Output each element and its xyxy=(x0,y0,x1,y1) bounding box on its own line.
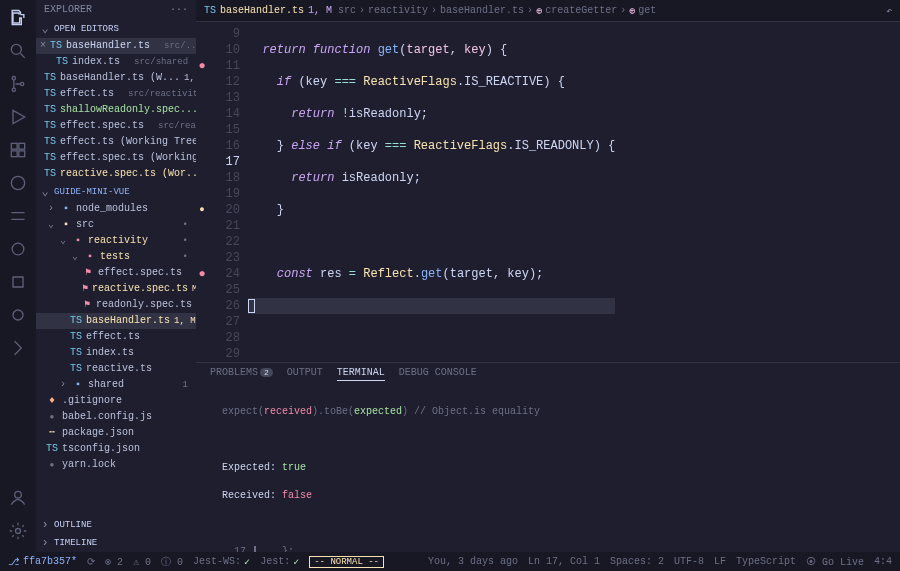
sidebar-extra-icon[interactable] xyxy=(8,206,28,229)
open-editor-item[interactable]: TSeffect.spec.ts src/reactivity/... xyxy=(36,118,196,134)
tree-folder[interactable]: ⌄▪reactivity• xyxy=(36,233,196,249)
tab-output[interactable]: OUTPUT xyxy=(287,367,323,381)
open-editor-item[interactable]: TSshallowReadonly.spec...1 xyxy=(36,102,196,118)
project-header[interactable]: GUIDE-MINI-VUE xyxy=(36,182,196,201)
sidebar-title: EXPLORER··· xyxy=(36,0,196,19)
tab-terminal[interactable]: TERMINAL xyxy=(337,367,385,381)
tree-file[interactable]: TSindex.ts xyxy=(36,345,196,361)
code-editor[interactable]: ●●● 910111213141516171819202122232425262… xyxy=(196,22,900,362)
language-mode[interactable]: TypeScript xyxy=(736,556,796,567)
sidebar-extra-icon[interactable] xyxy=(8,305,28,328)
ts-icon: TS xyxy=(44,151,56,165)
editor-area: TS baseHandler.ts 1, M src›reactivity›ba… xyxy=(196,0,900,552)
eol[interactable]: LF xyxy=(714,556,726,567)
sidebar-extra-icon[interactable] xyxy=(8,173,28,196)
account-icon[interactable] xyxy=(8,488,28,511)
ts-icon: TS xyxy=(44,119,56,133)
tab-bar: TS baseHandler.ts 1, M src›reactivity›ba… xyxy=(196,0,900,22)
tree-file[interactable]: ⚑readonly.spec.ts xyxy=(36,297,196,313)
cursor-position[interactable]: Ln 17, Col 1 xyxy=(528,556,600,567)
debug-icon[interactable] xyxy=(8,107,28,130)
svg-rect-7 xyxy=(19,151,25,157)
sidebar-extra-icon[interactable] xyxy=(8,272,28,295)
folder-open-icon: ▪ xyxy=(72,234,84,248)
tree-folder[interactable]: ⌄▪tests• xyxy=(36,249,196,265)
svg-point-1 xyxy=(12,77,15,80)
extensions-icon[interactable] xyxy=(8,140,28,163)
svg-rect-6 xyxy=(11,151,17,157)
undo-icon[interactable]: ↶ xyxy=(886,5,892,17)
status-info[interactable]: ⓘ 0 xyxy=(161,555,183,569)
test-icon: ⚑ xyxy=(82,266,94,280)
source-control-icon[interactable] xyxy=(8,74,28,97)
ts-icon: TS xyxy=(70,346,82,360)
ts-icon: TS xyxy=(44,71,56,85)
tree-file[interactable]: TStsconfig.json xyxy=(36,441,196,457)
git-sync[interactable]: ⟳ xyxy=(87,556,95,568)
svg-point-0 xyxy=(11,44,21,54)
tree-folder[interactable]: ⌄▪src• xyxy=(36,217,196,233)
folder-icon: ▪ xyxy=(60,202,72,216)
open-editor-item[interactable]: TSbaseHandler.ts (W...1, M xyxy=(36,70,196,86)
breadcrumb[interactable]: src›reactivity›baseHandler.ts›⊕createGet… xyxy=(338,5,656,17)
encoding[interactable]: UTF-8 xyxy=(674,556,704,567)
git-blame[interactable]: You, 3 days ago xyxy=(428,556,518,567)
tree-file[interactable]: ●yarn.lock xyxy=(36,457,196,473)
ts-icon: TS xyxy=(204,5,216,16)
explorer-icon[interactable] xyxy=(8,8,28,31)
code-content[interactable]: return function get(target, key) { if (k… xyxy=(248,22,615,362)
tab-problems[interactable]: PROBLEMS2 xyxy=(210,367,273,381)
tree-file[interactable]: TSeffect.ts xyxy=(36,329,196,345)
go-live[interactable]: ⦿ Go Live xyxy=(806,556,864,568)
test-icon: ⚑ xyxy=(82,298,92,312)
settings-icon[interactable] xyxy=(8,521,28,544)
tree-file[interactable]: ⚑effect.spec.ts xyxy=(36,265,196,281)
status-bar: ⎇ ffa7b357* ⟳ ⊗ 2 ⚠ 0 ⓘ 0 Jest-WS: ✓ Jes… xyxy=(0,552,900,571)
search-icon[interactable] xyxy=(8,41,28,64)
sidebar-extra-icon[interactable] xyxy=(8,239,28,262)
svg-point-11 xyxy=(15,491,22,498)
svg-point-12 xyxy=(16,529,21,534)
tree-file[interactable]: ●babel.config.js xyxy=(36,409,196,425)
open-editor-item[interactable]: TSreactive.spec.ts (Wor...M xyxy=(36,166,196,182)
open-editor-item[interactable]: TSeffect.spec.ts (Working Tr... xyxy=(36,150,196,166)
tree-file[interactable]: ⚑reactive.spec.tsM xyxy=(36,281,196,297)
status-warnings[interactable]: ⚠ 0 xyxy=(133,556,151,568)
tree-file[interactable]: ♦.gitignore xyxy=(36,393,196,409)
jest-status[interactable]: Jest: ✓ xyxy=(260,556,299,568)
more-icon[interactable]: ··· xyxy=(170,4,188,15)
ts-icon: TS xyxy=(70,362,82,376)
tree-file[interactable]: TSreactive.ts xyxy=(36,361,196,377)
tree-folder[interactable]: ›▪shared1 xyxy=(36,377,196,393)
open-editor-item[interactable]: ×TSbaseHandler.ts src/..1, M xyxy=(36,38,196,54)
timeline-header[interactable]: TIMELINE xyxy=(36,534,196,552)
line-numbers: 9101112131415161718192021222324252627282… xyxy=(208,22,248,362)
indentation[interactable]: Spaces: 2 xyxy=(610,556,664,567)
ts-icon: TS xyxy=(50,39,62,53)
tree-file[interactable]: ⋯package.json xyxy=(36,425,196,441)
status-errors[interactable]: ⊗ 2 xyxy=(105,556,123,568)
open-editor-item[interactable]: TSindex.ts src/shared xyxy=(36,54,196,70)
ts-icon: TS xyxy=(70,330,82,344)
open-editor-item[interactable]: TSeffect.ts (Working Tree) sr... xyxy=(36,134,196,150)
tree-file[interactable]: TSbaseHandler.ts1, M xyxy=(36,313,196,329)
close-icon[interactable]: × xyxy=(40,39,46,53)
folder-open-icon: ▪ xyxy=(84,250,96,264)
svg-point-3 xyxy=(21,82,24,85)
open-editors-header[interactable]: OPEN EDITORS xyxy=(36,19,196,38)
terminal-output[interactable]: expect(received).toBe(expected) // Objec… xyxy=(196,385,900,552)
sidebar-extra-icon[interactable] xyxy=(8,338,28,361)
git-branch[interactable]: ⎇ ffa7b357* xyxy=(8,556,77,568)
jest-status[interactable]: Jest-WS: ✓ xyxy=(193,556,250,568)
svg-point-8 xyxy=(11,176,24,189)
outline-header[interactable]: OUTLINE xyxy=(36,516,196,534)
ts-icon: TS xyxy=(44,135,56,149)
open-editor-item[interactable]: TSeffect.ts src/reactivity xyxy=(36,86,196,102)
folder-icon: ▪ xyxy=(72,378,84,392)
notifications[interactable]: 4:4 xyxy=(874,556,892,567)
ts-icon: TS xyxy=(44,103,56,117)
tree-folder[interactable]: ›▪node_modules xyxy=(36,201,196,217)
panel-tabs: PROBLEMS2 OUTPUT TERMINAL DEBUG CONSOLE xyxy=(196,363,900,385)
editor-tab[interactable]: TS baseHandler.ts 1, M xyxy=(204,5,332,16)
tab-debug-console[interactable]: DEBUG CONSOLE xyxy=(399,367,477,381)
